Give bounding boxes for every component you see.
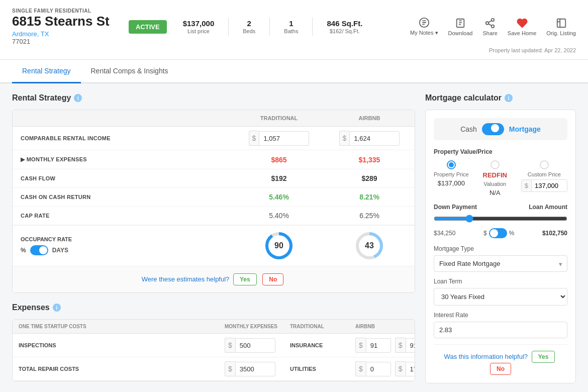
- rental-strategy-table: TRADITIONAL AIRBNB COMPARABLE RENTAL INC…: [12, 110, 415, 293]
- traditional-donut-container: 90: [234, 226, 324, 266]
- dollar-prefix: $: [249, 131, 259, 146]
- left-panel: Rental Strategy i TRADITIONAL AIRBNB COM…: [12, 93, 415, 383]
- property-price-value: $137,000: [438, 179, 465, 187]
- tab-rental-strategy[interactable]: Rental Strategy: [12, 60, 81, 83]
- utilities-airbnb-input[interactable]: [406, 362, 415, 376]
- last-updated: Property last updated: Apr 22, 2022: [489, 47, 576, 53]
- custom-price-option[interactable]: Custom Price $: [521, 160, 567, 192]
- orig-listing-label: Orig. Listing: [546, 30, 576, 36]
- expenses-header: ONE TIME STARTUP COSTS MONTHLY EXPENSES …: [13, 320, 415, 334]
- save-home-button[interactable]: Save Home: [508, 18, 536, 36]
- days-label: Days: [52, 247, 68, 254]
- rental-income-label: COMPARABLE RENTAL INCOME: [13, 129, 234, 147]
- dp-unit-toggle[interactable]: [489, 228, 507, 238]
- custom-price-input[interactable]: [532, 180, 567, 191]
- listing-icon: [556, 18, 567, 29]
- insurance-airbnb-input[interactable]: [406, 338, 415, 353]
- utilities-traditional-input[interactable]: [366, 362, 391, 376]
- property-price-radio[interactable]: [447, 160, 456, 169]
- divider3: [312, 18, 313, 36]
- divider: [228, 18, 229, 36]
- cash-mortgage-toggle: Cash Mortgage: [434, 118, 567, 140]
- dollar-sign: $: [483, 230, 487, 237]
- traditional-income-input[interactable]: [259, 131, 309, 146]
- baths-label: Baths: [284, 28, 298, 34]
- my-notes-label: My Notes ▾: [410, 30, 438, 36]
- mortgage-title: Mortgage calculator i: [425, 93, 576, 103]
- helpful-no-button[interactable]: No: [262, 273, 283, 285]
- dp-toggle: $ %: [483, 228, 514, 238]
- notes-icon: [419, 17, 430, 28]
- utilities-inputs: $ $: [349, 357, 415, 380]
- helpful-yes-button[interactable]: Yes: [233, 273, 257, 285]
- cap-rate-label: CAP RATE: [13, 207, 234, 225]
- helpful-row: Were these estimates helpful? Yes No: [13, 266, 415, 292]
- loan-term-field: Loan Term 30 Years Fixed: [434, 278, 567, 306]
- orig-listing-button[interactable]: Orig. Listing: [546, 18, 576, 36]
- occupancy-toggle[interactable]: [30, 245, 48, 255]
- traditional-cap-rate: 5.40%: [234, 207, 324, 225]
- inspections-input[interactable]: [235, 338, 275, 353]
- airbnb-income-input[interactable]: [349, 131, 400, 146]
- mortgage-type-select-wrap: Fixed Rate Mortgage: [434, 255, 567, 272]
- page-header: SINGLE FAMILY RESIDENTIAL 6815 Stearns S…: [0, 0, 588, 60]
- inspections-input-cell: $: [219, 334, 284, 357]
- table-row-occupancy: OCCUPANCY RATE % Days: [13, 225, 415, 266]
- airbnb-occupancy-donut: 43: [354, 231, 384, 261]
- airbnb-donut-container: 43: [324, 226, 415, 266]
- redfin-price-option[interactable]: REDFIN Valuation N/A: [483, 160, 507, 197]
- share-icon: [484, 18, 496, 29]
- expenses-info-icon[interactable]: i: [53, 304, 61, 312]
- my-notes-button[interactable]: My Notes ▾: [410, 17, 438, 36]
- airbnb-income-cell: $: [324, 127, 415, 150]
- dp-header: Down Payment Loan Amount: [434, 204, 567, 211]
- down-payment-label: Down Payment: [434, 204, 477, 211]
- mortgage-type-select[interactable]: Fixed Rate Mortgage: [434, 255, 567, 272]
- redfin-radio[interactable]: [491, 160, 500, 169]
- property-value-section: Property Value/Price Property Price $137…: [434, 148, 567, 197]
- rental-strategy-info-icon[interactable]: i: [74, 94, 82, 102]
- mortgage-helpful-no-button[interactable]: No: [490, 363, 511, 375]
- dollar-prefix-inspect: $: [225, 338, 235, 353]
- interest-rate-input[interactable]: [434, 322, 567, 338]
- dp-values: $34,250 $ % $102,750: [434, 228, 567, 238]
- insurance-traditional-input[interactable]: [366, 338, 391, 353]
- expenses-row-1: INSPECTIONS $ INSURANCE $ $: [13, 334, 415, 357]
- baths-stat: 1 Baths: [284, 19, 298, 34]
- property-type: SINGLE FAMILY RESIDENTIAL: [12, 8, 113, 14]
- tab-rental-comps[interactable]: Rental Comps & Insights: [81, 60, 178, 83]
- loan-term-select[interactable]: 30 Years Fixed: [434, 288, 567, 306]
- property-zip: 77021: [12, 38, 113, 45]
- airbnb-coc: 8.21%: [324, 188, 415, 206]
- exp-th-traditional: TRADITIONAL: [284, 320, 349, 333]
- share-button[interactable]: Share: [482, 18, 497, 36]
- interest-rate-field: Interest Rate: [434, 312, 567, 338]
- repair-costs-input-cell: $: [219, 357, 284, 380]
- share-label: Share: [482, 30, 497, 36]
- mortgage-info-icon[interactable]: i: [505, 94, 513, 102]
- slider-wrap: [434, 215, 567, 224]
- svg-rect-5: [557, 19, 565, 27]
- property-price-option[interactable]: Property Price $137,000: [434, 160, 469, 187]
- download-label: Download: [448, 30, 473, 36]
- list-price-stat: $137,000 List price: [183, 19, 215, 34]
- mortgage-type-label: Mortgage Type: [434, 245, 567, 252]
- repair-costs-label: TOTAL REPAIR COSTS: [13, 361, 219, 377]
- percent-sign: %: [509, 230, 515, 237]
- sqft-stat: 846 Sq.Ft. $162/ Sq.Ft.: [327, 19, 362, 34]
- mortgage-helpful-yes-button[interactable]: Yes: [532, 351, 555, 363]
- save-home-label: Save Home: [508, 30, 536, 36]
- pct-label: %: [21, 247, 26, 254]
- custom-price-radio[interactable]: [540, 160, 549, 169]
- download-button[interactable]: Download: [448, 18, 473, 36]
- list-price-value: $137,000: [183, 19, 215, 28]
- insurance-label: INSURANCE: [284, 337, 349, 353]
- table-header: TRADITIONAL AIRBNB: [13, 110, 415, 127]
- down-payment-slider[interactable]: [434, 215, 567, 223]
- repair-costs-input[interactable]: [235, 362, 275, 376]
- header-bottom: Property last updated: Apr 22, 2022: [12, 47, 576, 53]
- coc-label: CASH ON CASH RETURN: [13, 188, 234, 206]
- helpful-text: Were these estimates helpful?: [142, 275, 230, 283]
- radio-dot: [449, 162, 454, 167]
- cash-mortgage-switch[interactable]: [482, 123, 504, 135]
